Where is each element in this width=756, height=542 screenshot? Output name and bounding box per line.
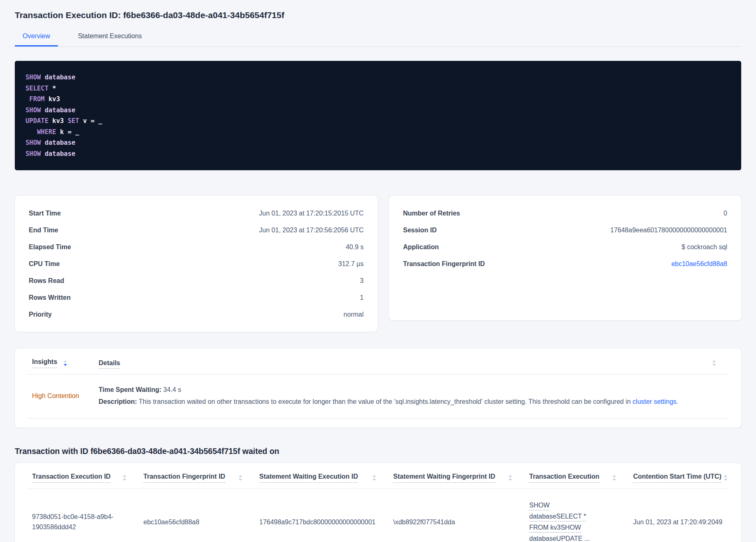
stat-label: Elapsed Time	[29, 243, 71, 250]
description-text: This transaction waited on other transac…	[139, 398, 631, 405]
stat-row-cpu-time: CPU Time 312.7 µs	[29, 255, 364, 272]
sort-up-arrow-icon	[509, 475, 512, 477]
sort-up-arrow-icon	[123, 475, 126, 477]
column-label[interactable]: Transaction Execution ID	[32, 473, 111, 483]
stat-label: CPU Time	[29, 260, 60, 267]
stat-row-end-time: End Time Jun 01, 2023 at 17:20:56:2056 U…	[29, 222, 364, 239]
sql-keyword: SELECT	[25, 85, 52, 92]
insights-table-header: Insights Details	[27, 358, 729, 368]
sort-down-arrow-icon	[509, 479, 512, 481]
cell-transaction-execution: SHOW databaseSELECT * FROM kv3SHOW datab…	[529, 500, 633, 542]
sort-down-arrow-icon	[724, 479, 727, 481]
sort-down-arrow-icon	[123, 479, 126, 481]
sql-keyword: database	[45, 107, 76, 114]
stat-value: normal	[343, 311, 364, 318]
stat-row-start-time: Start Time Jun 01, 2023 at 17:20:15:2015…	[29, 205, 364, 222]
sort-up-arrow-icon	[724, 475, 727, 477]
insights-column-header[interactable]: Insights	[27, 358, 99, 368]
transaction-fingerprint-link[interactable]: ebc10ae56cfd88a8	[671, 260, 727, 267]
divider	[27, 418, 729, 419]
stat-value: 1	[360, 294, 364, 301]
tab-bar: Overview Statement Executions	[15, 28, 741, 47]
cell-contention-start-time: Jun 01, 2023 at 17:20:49:2049	[633, 517, 729, 527]
stat-label: Session ID	[403, 227, 437, 234]
stat-row-elapsed-time: Elapsed Time 40.9 s	[29, 239, 364, 255]
column-label[interactable]: Statement Waiting Fingerprint ID	[393, 473, 495, 483]
column-header-statement-waiting-execution-id[interactable]: Statement Waiting Execution ID	[259, 473, 393, 483]
sql-keyword: SHOW	[25, 107, 45, 114]
column-label[interactable]: Contention Start Time (UTC)	[633, 473, 721, 483]
sort-up-arrow-icon	[613, 475, 616, 477]
stat-label: Priority	[29, 311, 52, 318]
table-row: 9738d051-bc0e-4158-a9b4-1903586ddd42 ebc…	[27, 489, 729, 542]
sort-up-arrow-icon	[712, 360, 716, 362]
sql-keyword: WHERE	[37, 128, 60, 136]
stat-label: Transaction Fingerprint ID	[403, 260, 485, 267]
sort-icon[interactable]	[64, 360, 67, 366]
sql-keyword: UPDATE	[25, 117, 52, 125]
sort-icon[interactable]	[724, 475, 727, 481]
details-column-label[interactable]: Details	[99, 359, 120, 369]
stat-row-application: Application $ cockroach sql	[403, 239, 727, 255]
sort-up-arrow-icon	[64, 360, 67, 362]
details-column-header[interactable]: Details	[99, 359, 120, 367]
time-spent-waiting-line: Time Spent Waiting: 34.4 s	[99, 386, 729, 394]
sql-keyword: SET	[68, 117, 83, 125]
sql-keyword: database	[45, 139, 76, 146]
column-label[interactable]: Transaction Execution	[529, 473, 599, 483]
column-header-transaction-fingerprint-id[interactable]: Transaction Fingerprint ID	[143, 473, 259, 483]
sort-icon[interactable]	[613, 475, 616, 481]
page-title: Transaction Execution ID: f6be6366-da03-…	[15, 10, 741, 21]
sql-line: SHOW database	[25, 148, 731, 160]
cell-transaction-execution-id: 9738d051-bc0e-4158-a9b4-1903586ddd42	[27, 512, 143, 532]
tab-statement-executions[interactable]: Statement Executions	[70, 28, 150, 46]
column-header-transaction-execution-id[interactable]: Transaction Execution ID	[27, 473, 143, 483]
cell-transaction-fingerprint-id: ebc10ae56cfd88a8	[143, 517, 259, 527]
time-spent-waiting-label: Time Spent Waiting:	[99, 386, 161, 393]
cluster-settings-link[interactable]: cluster settings	[633, 398, 677, 405]
sort-icon[interactable]	[123, 475, 126, 481]
stat-label: End Time	[29, 227, 58, 234]
waited-on-table-card: Transaction Execution ID Transaction Fin…	[15, 463, 741, 542]
column-label[interactable]: Transaction Fingerprint ID	[143, 473, 225, 483]
column-header-contention-start-time[interactable]: Contention Start Time (UTC)	[633, 473, 729, 483]
time-spent-waiting-value: 34.4 s	[163, 386, 181, 393]
sql-line: WHERE k = _	[25, 127, 731, 138]
sort-icon[interactable]	[239, 475, 242, 481]
stat-label: Number of Retries	[403, 210, 460, 217]
sql-statements-box: SHOW database SELECT * FROM kv3 SHOW dat…	[15, 61, 741, 170]
sort-down-arrow-icon	[64, 364, 67, 366]
insights-column-label[interactable]: Insights	[32, 358, 57, 368]
stat-label: Rows Written	[29, 294, 71, 301]
waited-on-heading: Transaction with ID f6be6366-da03-48de-a…	[15, 446, 741, 456]
sort-down-arrow-icon	[712, 364, 716, 366]
stat-label: Application	[403, 243, 439, 250]
stat-value: Jun 01, 2023 at 17:20:15:2015 UTC	[259, 210, 364, 217]
sql-keyword: SHOW	[25, 74, 45, 81]
waited-on-table-header: Transaction Execution ID Transaction Fin…	[27, 473, 729, 483]
sql-token: kv3	[52, 117, 67, 125]
column-header-statement-waiting-fingerprint-id[interactable]: Statement Waiting Fingerprint ID	[393, 473, 529, 483]
sort-down-arrow-icon	[613, 479, 616, 481]
stat-row-retries: Number of Retries 0	[403, 205, 727, 222]
sql-token: *	[52, 85, 56, 92]
sort-down-arrow-icon	[373, 479, 376, 481]
stat-value: 3	[360, 277, 364, 284]
sort-down-arrow-icon	[239, 479, 242, 481]
stat-value: $ cockroach sql	[682, 243, 727, 250]
cell-statement-waiting-fingerprint-id: \xdb8922f077541dda	[393, 517, 529, 527]
stat-value: 40.9 s	[346, 243, 364, 250]
sort-icon[interactable]	[712, 360, 716, 366]
sql-keyword: FROM	[29, 95, 48, 103]
description-label: Description:	[99, 398, 137, 405]
sort-icon[interactable]	[509, 475, 512, 481]
sort-icon[interactable]	[373, 475, 376, 481]
insight-details: Time Spent Waiting: 34.4 s Description: …	[99, 386, 729, 406]
column-header-transaction-execution[interactable]: Transaction Execution	[529, 473, 633, 483]
tab-overview[interactable]: Overview	[15, 28, 58, 46]
description-suffix: .	[676, 398, 678, 405]
column-label[interactable]: Statement Waiting Execution ID	[259, 473, 358, 483]
session-info-card: Number of Retries 0 Session ID 17648a9ee…	[389, 196, 741, 320]
transaction-execution-link[interactable]: SHOW databaseSELECT * FROM kv3SHOW datab…	[529, 500, 603, 542]
stat-row-priority: Priority normal	[29, 306, 364, 323]
